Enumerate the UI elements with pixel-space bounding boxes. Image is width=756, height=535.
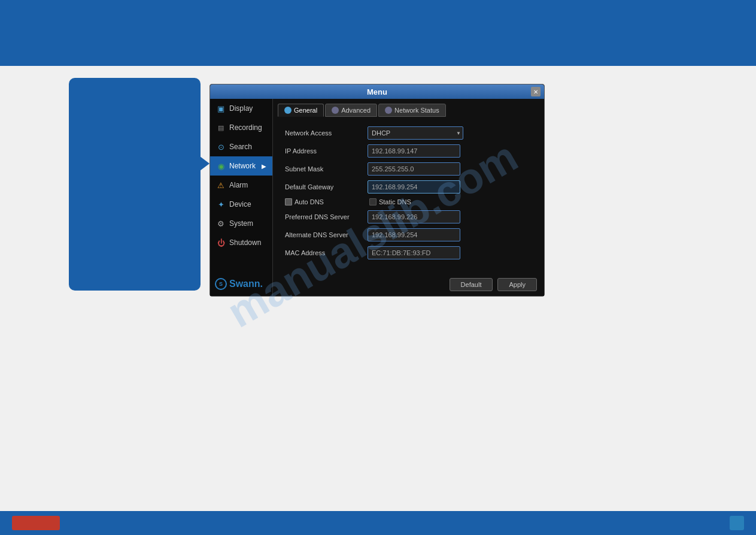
shutdown-icon: ⏻ <box>216 238 226 247</box>
content-area: General Advanced Network Status Network … <box>273 99 544 296</box>
ip-address-label: IP Address <box>285 147 363 155</box>
system-icon: ⚙ <box>216 219 226 228</box>
top-bar <box>0 0 756 66</box>
bottom-bar-left-element <box>12 516 60 530</box>
display-icon: ▣ <box>216 104 226 113</box>
default-button[interactable]: Default <box>450 278 493 291</box>
sidebar-item-recording-label: Recording <box>229 123 262 132</box>
network-icon: ◉ <box>216 161 226 171</box>
sidebar-item-network-label: Network <box>229 162 256 170</box>
static-dns-checkbox[interactable] <box>369 198 377 205</box>
alternate-dns-label: Alternate DNS Server <box>285 231 363 238</box>
static-dns-item: Static DNS <box>369 198 411 205</box>
network-access-label: Network Access <box>285 129 363 137</box>
alternate-dns-row: Alternate DNS Server <box>285 228 532 241</box>
default-gateway-row: Default Gateway <box>285 180 532 194</box>
recording-icon: ▤ <box>216 123 226 132</box>
tab-general[interactable]: General <box>278 104 324 117</box>
swann-logo: S Swann. <box>215 278 263 290</box>
sidebar-item-display[interactable]: ▣ Display <box>210 99 272 118</box>
ip-address-row: IP Address <box>285 144 532 158</box>
sidebar-item-network[interactable]: ◉ Network ▶ <box>210 156 272 176</box>
active-arrow-icon: ▶ <box>262 163 266 170</box>
network-access-select-wrapper: DHCP Static ▼ <box>368 126 463 140</box>
preferred-dns-row: Preferred DNS Server <box>285 210 532 223</box>
sidebar-item-shutdown[interactable]: ⏻ Shutdown <box>210 233 272 252</box>
preferred-dns-label: Preferred DNS Server <box>285 213 363 220</box>
auto-dns-label: Auto DNS <box>294 198 324 205</box>
tab-network-status-label: Network Status <box>394 107 439 114</box>
sidebar-item-system-label: System <box>229 219 253 228</box>
mac-address-row: MAC Address <box>285 246 532 259</box>
menu-titlebar: Menu ✕ <box>210 84 544 99</box>
advanced-tab-icon <box>332 107 339 114</box>
tab-advanced-label: Advanced <box>341 107 371 114</box>
sidebar-arrow <box>198 155 210 173</box>
preferred-dns-input[interactable] <box>368 210 460 223</box>
sidebar-item-recording[interactable]: ▤ Recording <box>210 118 272 137</box>
ip-address-input[interactable] <box>368 144 460 158</box>
apply-button[interactable]: Apply <box>497 278 537 291</box>
menu-title: Menu <box>367 87 387 96</box>
alternate-dns-input[interactable] <box>368 228 460 241</box>
network-access-row: Network Access DHCP Static ▼ <box>285 126 532 140</box>
tab-advanced[interactable]: Advanced <box>325 104 377 117</box>
sidebar-item-search-label: Search <box>229 143 252 151</box>
general-tab-icon <box>284 107 292 114</box>
tab-network-status[interactable]: Network Status <box>378 104 446 117</box>
tabs-bar: General Advanced Network Status <box>278 104 539 117</box>
auto-dns-checkbox[interactable] <box>285 198 292 205</box>
default-gateway-input[interactable] <box>368 180 460 194</box>
device-icon: ✦ <box>216 200 226 209</box>
sidebar-item-system[interactable]: ⚙ System <box>210 214 272 233</box>
sidebar-item-alarm[interactable]: ⚠ Alarm <box>210 176 272 195</box>
menu-window: Menu ✕ ▣ Display ▤ Recording ⊙ Search ◉ … <box>210 84 545 297</box>
sidebar-item-alarm-label: Alarm <box>229 181 248 189</box>
left-menu: ▣ Display ▤ Recording ⊙ Search ◉ Network… <box>210 99 273 296</box>
tab-general-label: General <box>294 107 317 114</box>
swann-logo-text: Swann. <box>229 279 263 289</box>
sidebar-item-device-label: Device <box>229 200 251 208</box>
sidebar-item-shutdown-label: Shutdown <box>229 238 261 247</box>
mac-address-input[interactable] <box>368 246 460 259</box>
form-area: Network Access DHCP Static ▼ IP Address … <box>278 124 539 267</box>
button-row: Default Apply <box>450 278 537 291</box>
default-gateway-label: Default Gateway <box>285 183 363 191</box>
subnet-mask-input[interactable] <box>368 162 460 176</box>
alarm-icon: ⚠ <box>216 180 226 190</box>
subnet-mask-label: Subnet Mask <box>285 165 363 173</box>
sidebar-item-device[interactable]: ✦ Device <box>210 195 272 214</box>
sidebar-panel <box>69 78 201 291</box>
static-dns-label: Static DNS <box>379 198 411 205</box>
mac-address-label: MAC Address <box>285 249 363 256</box>
sidebar-item-search[interactable]: ⊙ Search <box>210 137 272 156</box>
close-button[interactable]: ✕ <box>531 87 541 96</box>
auto-dns-item: Auto DNS <box>285 198 324 205</box>
subnet-mask-row: Subnet Mask <box>285 162 532 176</box>
bottom-bar <box>0 511 756 535</box>
sidebar-item-display-label: Display <box>229 104 253 113</box>
checkbox-row: Auto DNS Static DNS <box>285 198 532 205</box>
bottom-bar-right-element <box>730 516 744 530</box>
swann-logo-icon: S <box>215 278 227 290</box>
search-icon: ⊙ <box>216 142 226 152</box>
network-access-select[interactable]: DHCP Static <box>368 126 463 140</box>
network-status-tab-icon <box>385 107 392 114</box>
